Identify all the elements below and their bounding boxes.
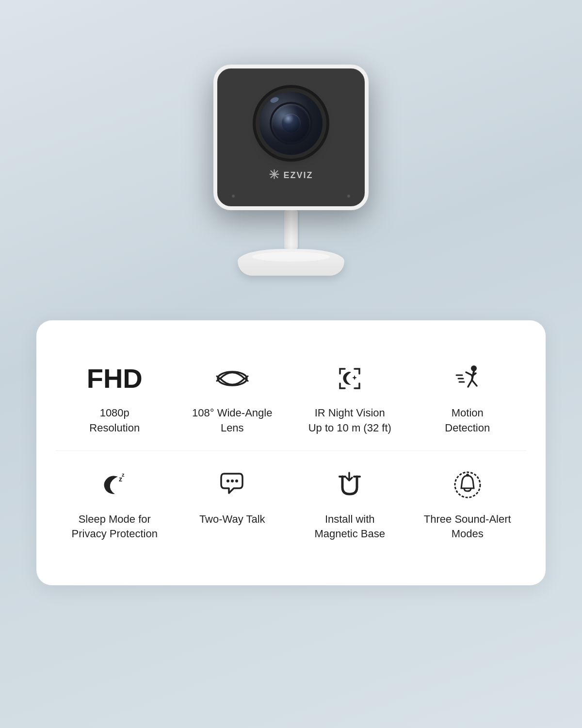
motion-detection-icon [448,359,487,398]
camera-wrapper: EZVIZ [213,65,369,276]
sleep-title: Sleep Mode for Privacy Protection [72,512,158,542]
magnetic-title: Install with Magnetic Base [314,512,385,542]
sound-alert-title: Three Sound-Alert Modes [424,512,511,542]
talk-title: Two-Way Talk [199,512,265,527]
features-card: FHD 1080p Resolution [36,320,546,585]
magnet-icon [330,465,369,504]
svg-point-9 [226,480,229,482]
fhd-title: 1080p Resolution [89,406,140,436]
motion-title: Motion Detection [445,406,490,436]
wide-angle-icon [213,359,252,398]
sleep-icon: z z [95,465,134,504]
camera-body: EZVIZ [213,65,369,210]
feature-motion: Motion Detection [409,345,527,450]
feature-fhd: FHD 1080p Resolution [56,345,174,450]
sound-alert-icon [448,465,487,504]
brand-area: EZVIZ [269,169,313,182]
talk-icon [213,465,252,504]
svg-point-11 [235,480,238,482]
camera-lens [259,92,323,155]
svg-point-15 [466,474,469,477]
svg-point-1 [218,372,247,385]
features-grid: FHD 1080p Resolution [56,345,526,556]
svg-point-0 [273,173,275,176]
camera-base [238,249,344,276]
camera-dot-right [347,195,350,198]
feature-magnetic: Install with Magnetic Base [291,450,409,557]
feature-two-way-talk: Two-Way Talk [174,450,291,557]
night-vision-title: IR Night Vision Up to 10 m (32 ft) [308,406,391,436]
camera-section: EZVIZ [0,0,582,311]
fhd-icon: FHD [95,359,134,398]
night-vision-icon [330,359,369,398]
camera-dot-left [232,195,235,198]
svg-point-10 [231,480,234,482]
brand-text: EZVIZ [283,170,313,181]
svg-text:z: z [122,472,125,478]
feature-night-vision: IR Night Vision Up to 10 m (32 ft) [291,345,409,450]
feature-sound-alert: Three Sound-Alert Modes [409,450,527,557]
feature-sleep: z z Sleep Mode for Privacy Protection [56,450,174,557]
camera-stand [284,210,298,249]
brand-icon [269,169,279,182]
feature-wide-angle: 108° Wide-Angle Lens [174,345,291,450]
wide-angle-title: 108° Wide-Angle Lens [192,406,272,436]
